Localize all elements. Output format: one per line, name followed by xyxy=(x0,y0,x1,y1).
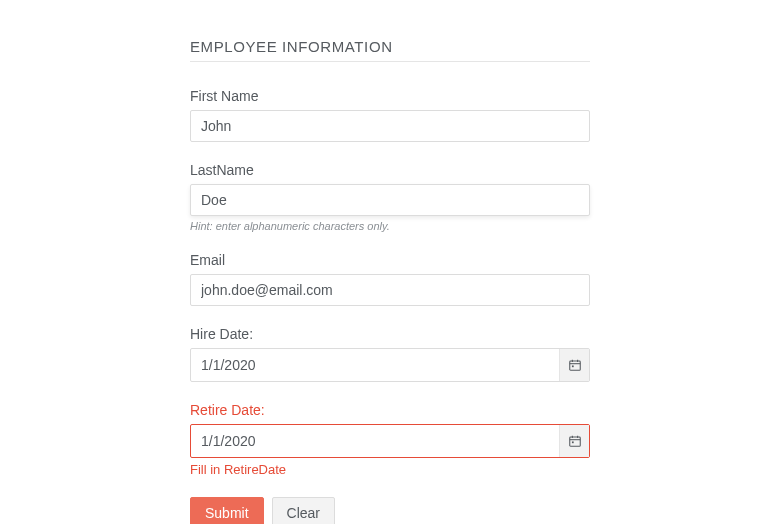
svg-rect-0 xyxy=(569,361,580,370)
svg-rect-5 xyxy=(569,437,580,446)
last-name-label: LastName xyxy=(190,162,590,178)
field-email: Email xyxy=(190,252,590,306)
svg-rect-9 xyxy=(571,441,573,443)
email-input[interactable] xyxy=(190,274,590,306)
retire-date-error: Fill in RetireDate xyxy=(190,462,590,477)
first-name-input[interactable] xyxy=(190,110,590,142)
first-name-label: First Name xyxy=(190,88,590,104)
retire-date-calendar-button[interactable] xyxy=(559,425,589,457)
field-retire-date: Retire Date: Fill in RetireDate xyxy=(190,402,590,477)
hire-date-calendar-button[interactable] xyxy=(559,349,589,381)
email-label: Email xyxy=(190,252,590,268)
last-name-hint: Hint: enter alphanumeric characters only… xyxy=(190,220,590,232)
retire-date-input[interactable] xyxy=(191,425,559,457)
submit-button[interactable]: Submit xyxy=(190,497,264,524)
clear-button[interactable]: Clear xyxy=(272,497,335,524)
hire-date-picker xyxy=(190,348,590,382)
field-last-name: LastName Hint: enter alphanumeric charac… xyxy=(190,162,590,232)
calendar-icon xyxy=(568,434,582,448)
button-row: Submit Clear xyxy=(190,497,590,524)
hire-date-input[interactable] xyxy=(191,349,559,381)
field-hire-date: Hire Date: xyxy=(190,326,590,382)
retire-date-label: Retire Date: xyxy=(190,402,590,418)
retire-date-picker xyxy=(190,424,590,458)
svg-rect-4 xyxy=(571,365,573,367)
field-first-name: First Name xyxy=(190,88,590,142)
section-title: EMPLOYEE INFORMATION xyxy=(190,38,590,62)
last-name-input[interactable] xyxy=(190,184,590,216)
calendar-icon xyxy=(568,358,582,372)
hire-date-label: Hire Date: xyxy=(190,326,590,342)
